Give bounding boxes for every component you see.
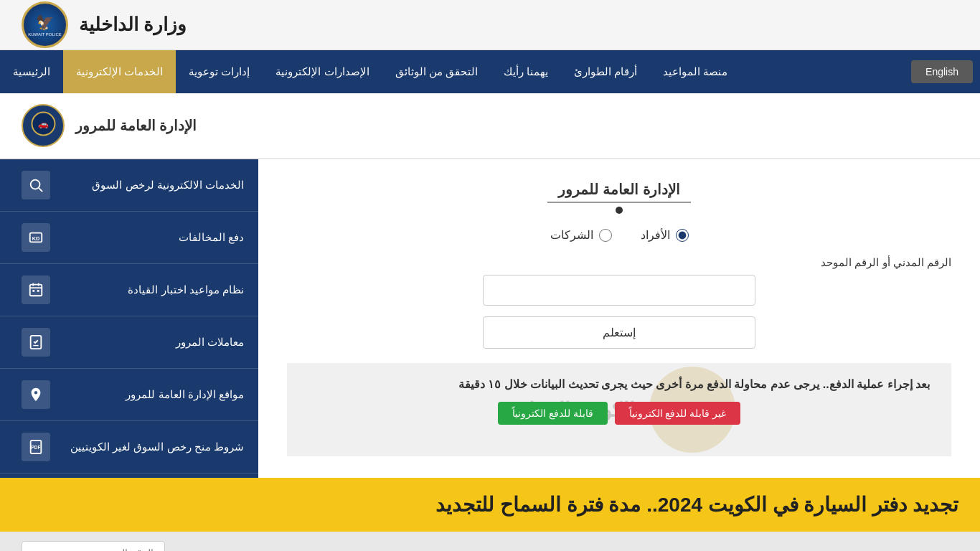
notice-text: بعد إجراء عملية الدفع.. يرجى عدم محاولة … xyxy=(308,377,930,391)
nav-opinion[interactable]: يهمنا رأيك xyxy=(491,50,561,93)
sidebar-label-locations: مواقع الإدارة العامة للمرور xyxy=(126,388,244,401)
page-header: وزارة الداخلية 🦅 KUWAIT POLICE xyxy=(0,0,980,50)
svg-text:🚗: 🚗 xyxy=(38,118,49,129)
sidebar-item-driving-test[interactable]: نظام مواعيد اختبار القيادة xyxy=(0,264,258,316)
kd-icon: KD xyxy=(22,223,50,252)
title-underline xyxy=(547,202,691,203)
sidebar-label-transactions: معاملات المرور xyxy=(176,336,244,349)
sidebar-item-pay-fines[interactable]: دفع المخالفات KD xyxy=(0,212,258,264)
svg-text:KD: KD xyxy=(32,235,40,242)
sidebar-item-eservices-license[interactable]: الخدمات الالكترونية لرخص السوق xyxy=(0,159,258,212)
radio-individuals[interactable] xyxy=(676,229,689,242)
bottom-banner-container: تجديد دفتر السيارة في الكويت 2024.. مدة … xyxy=(0,478,980,532)
svg-text:PDF: PDF xyxy=(32,445,41,450)
sidebar: الخدمات الالكترونية لرخص السوق دفع المخا… xyxy=(0,159,258,478)
submit-button[interactable]: إستعلم xyxy=(483,316,755,349)
eagle-icon: 🦅 xyxy=(36,14,54,31)
doc-check-icon xyxy=(22,328,50,357)
sub-header-title: الإدارة العامة للمرور xyxy=(75,117,197,134)
svg-rect-11 xyxy=(37,290,39,292)
radio-individuals-label[interactable]: الأفراد xyxy=(641,228,689,242)
form-title: الإدارة العامة للمرور xyxy=(287,181,951,198)
radio-companies-label[interactable]: الشركات xyxy=(550,228,612,242)
sidebar-label-eservices-license: الخدمات الالكترونية لرخص السوق xyxy=(92,179,244,192)
civil-number-input[interactable] xyxy=(483,275,755,306)
form-panel: الإدارة العامة للمرور الشركات الأفراد ال… xyxy=(258,159,980,478)
eligible-button[interactable]: قابلة للدفع الكترونياً xyxy=(498,402,608,425)
radio-companies-text: الشركات xyxy=(550,228,593,242)
location-icon xyxy=(22,380,50,409)
sidebar-item-transactions[interactable]: معاملات المرور xyxy=(0,316,258,369)
sub-header-logo: 🚗 xyxy=(22,104,65,147)
notice-buttons: غير قابلة للدفع الكترونياً قابلة للدفع ا… xyxy=(308,402,930,425)
traffic-logo-icon: 🚗 xyxy=(31,111,56,140)
nav-emergency[interactable]: أرقام الطوارئ xyxy=(561,50,650,93)
field-label: الرقم المدني أو الرقم الموحد xyxy=(287,256,951,269)
svg-point-2 xyxy=(31,180,40,189)
svg-rect-6 xyxy=(30,285,42,296)
sidebar-label-conditions: شروط منح رخص السوق لغير الكويتيين xyxy=(70,441,244,453)
radio-individuals-text: الأفراد xyxy=(641,228,670,242)
radio-companies[interactable] xyxy=(599,229,612,242)
footer-search-input[interactable] xyxy=(22,541,165,551)
footer-area xyxy=(0,532,980,551)
svg-line-3 xyxy=(39,188,42,192)
ministry-title: وزارة الداخلية xyxy=(79,14,187,36)
logo-text: KUWAIT POLICE xyxy=(28,32,62,37)
nav-awareness[interactable]: إدارات توعوية xyxy=(176,50,263,93)
radio-group: الشركات الأفراد xyxy=(287,228,951,242)
banner-text: تجديد دفتر السيارة في الكويت 2024.. مدة … xyxy=(22,493,958,517)
sidebar-label-pay-fines: دفع المخالفات xyxy=(179,231,244,244)
english-button[interactable]: English xyxy=(911,60,973,83)
main-content: الإدارة العامة للمرور الشركات الأفراد ال… xyxy=(0,159,980,478)
search-icon xyxy=(22,171,50,199)
calendar-icon xyxy=(22,276,50,304)
nav-epublications[interactable]: الإصدارات الإلكترونية xyxy=(263,50,382,93)
bottom-banner: تجديد دفتر السيارة في الكويت 2024.. مدة … xyxy=(0,478,980,532)
main-navbar: English منصة المواعيد أرقام الطوارئ يهمن… xyxy=(0,50,980,93)
title-dot xyxy=(616,207,623,214)
nav-eservices[interactable]: الخدمات الإلكترونية xyxy=(63,50,176,93)
ministry-logo: 🦅 KUWAIT POLICE xyxy=(22,1,68,48)
not-eligible-button[interactable]: غير قابلة للدفع الكترونياً xyxy=(615,402,741,425)
sidebar-item-conditions[interactable]: شروط منح رخص السوق لغير الكويتيين PDF xyxy=(0,421,258,474)
sidebar-label-driving-test: نظام مواعيد اختبار القيادة xyxy=(128,283,244,296)
pdf-icon: PDF xyxy=(22,433,50,461)
nav-appointments[interactable]: منصة المواعيد xyxy=(650,50,740,93)
nav-verify[interactable]: التحقق من الوثائق xyxy=(382,50,491,93)
header-logo-area: وزارة الداخلية 🦅 KUWAIT POLICE xyxy=(22,1,187,48)
logo-inner: 🦅 KUWAIT POLICE xyxy=(25,5,65,44)
svg-rect-10 xyxy=(32,290,34,292)
nav-home[interactable]: الرئيسية xyxy=(0,50,63,93)
notice-box: الكويت الاخباري بعد إجراء عملية الدفع.. … xyxy=(287,363,951,456)
sub-header: الإدارة العامة للمرور 🚗 xyxy=(0,93,980,159)
sidebar-item-locations[interactable]: مواقع الإدارة العامة للمرور xyxy=(0,369,258,421)
